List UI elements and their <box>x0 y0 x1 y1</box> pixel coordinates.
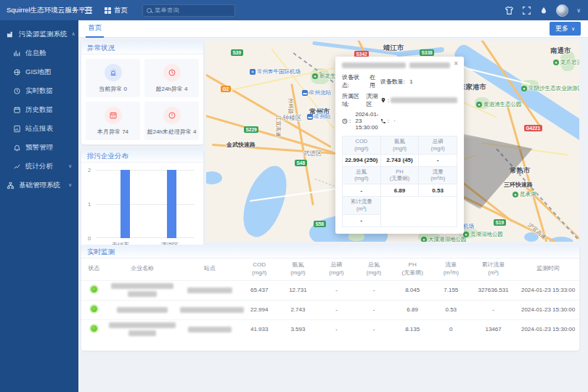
metric-value: 2.743 (45) <box>380 154 419 166</box>
col-header: 氨氮(mg/l) <box>278 258 318 280</box>
col-header: PH(无量纲) <box>393 258 433 280</box>
park-icon: ● <box>463 232 469 237</box>
table-row[interactable]: 41.933 3.593 - - 8.135 0 13467 2024-01-2… <box>81 319 579 339</box>
table-row[interactable]: 22.994 2.743 - - 6.89 0.53 - 2024-01-23 … <box>81 300 579 319</box>
alert-card-unhandled[interactable]: 超24h未处理异常 4 <box>144 102 199 140</box>
sidebar-item-site-report[interactable]: 站点报表 <box>0 119 78 138</box>
sidebar-item-statistics[interactable]: 统计分析 ∨ <box>0 157 78 176</box>
sidebar-item-gis-map[interactable]: GIS地图 <box>0 62 78 81</box>
park-icon: ● <box>521 86 527 91</box>
col-header: 总磷(mg/l) <box>318 258 355 280</box>
map-label-road: 外环路 <box>287 98 294 115</box>
map-label-road: 江宜高速 <box>274 115 282 137</box>
app-root: Squirrel生态环境云服务平台 ☰ 首页 ∨ 污染源监测系统 ∧ 信息舱 <box>0 0 588 392</box>
park-icon: ● <box>421 237 427 242</box>
metric-value: 22.994 (250) <box>343 154 381 166</box>
globe-icon <box>13 68 21 76</box>
road-shield: S19 <box>494 219 506 226</box>
station-popup: × 设备状态: 在用 设备数量: 1 所属区域: 滨湖区 : <box>335 57 464 234</box>
more-button[interactable]: 更多 ∨ <box>550 22 581 36</box>
alert-card-current[interactable]: 当前异常 0 <box>86 59 140 97</box>
alerts-panel: 异常状况 当前异常 0 超24h异常 4 本月异常 74 <box>81 41 203 144</box>
redacted-company-name <box>342 62 406 68</box>
device-status: 设备状态: 在用 <box>342 73 380 89</box>
map-label-road: 三环快速路 <box>504 181 533 189</box>
sidebar-item-realtime-data[interactable]: 实时数据 <box>0 81 78 100</box>
status-dot <box>91 325 97 332</box>
topbar-actions: ∨ <box>505 4 588 17</box>
sidebar-item-alert-management[interactable]: 预警管理 <box>0 138 78 157</box>
metric-value: 0.53 <box>419 184 457 197</box>
alerts-panel-title: 异常状况 <box>81 41 203 54</box>
sidebar-item-info-hub[interactable]: 信息舱 <box>0 44 78 62</box>
content: 异常状况 当前异常 0 超24h异常 4 本月异常 74 <box>81 38 579 392</box>
alert-card-month[interactable]: 本月异常 74 <box>86 102 140 140</box>
calendar-icon <box>13 106 21 114</box>
redacted-site-name <box>187 287 232 293</box>
bar-binhu[interactable] <box>167 170 176 238</box>
table-row[interactable]: 65.437 12.731 - - 8.045 7.155 327636.531… <box>81 280 579 300</box>
sidebar-item-history-data[interactable]: 历史数据 <box>0 100 78 119</box>
bell-icon <box>13 144 21 152</box>
fullscreen-icon[interactable] <box>522 6 531 15</box>
redacted-company-name <box>109 322 176 328</box>
metric-value: - <box>343 184 381 197</box>
road-shield: S338 <box>420 49 434 56</box>
phone: : · <box>380 118 457 124</box>
lake-small <box>206 171 222 184</box>
road-shield: S39 <box>231 49 243 56</box>
y-tick: 2 <box>88 167 91 173</box>
col-header: COD(mg/l) <box>241 258 278 280</box>
redacted-site-name <box>188 327 232 332</box>
sidebar-item-base-system[interactable]: 基础管理系统 ∨ <box>0 176 78 195</box>
metric-header: 流量(m³/h) <box>419 166 457 184</box>
report-icon <box>13 125 21 133</box>
clock-icon <box>13 87 21 95</box>
enterprise-chart-panel: 排污企业分布 2 1 0 无锡市 滨湖区 <box>81 149 203 249</box>
sidebar-item-pollution-system[interactable]: 污染源监测系统 ∧ <box>0 25 78 44</box>
menu-search[interactable] <box>142 4 235 17</box>
avatar[interactable] <box>556 4 568 17</box>
road-shield: G2 <box>221 86 231 92</box>
chevron-up-icon: ∧ <box>72 31 75 37</box>
col-header: 监测时间 <box>517 258 579 280</box>
device-count: 设备数量: 1 <box>380 78 457 86</box>
chevron-down-icon[interactable]: ∨ <box>576 7 581 14</box>
monitor-header-row: 状态 企业名称 站点 COD(mg/l) 氨氮(mg/l) 总磷(mg/l) 总… <box>81 258 579 280</box>
topbar: Squirrel生态环境云服务平台 ☰ 首页 ∨ <box>0 0 588 20</box>
metric-header: 氨氮(mg/l) <box>380 136 419 155</box>
alert-count: 4 <box>193 128 196 135</box>
metric-header: 总氮(mg/l) <box>343 166 381 184</box>
col-header: 流量(m³/h) <box>433 258 470 280</box>
system-icon <box>7 181 15 189</box>
topbar-home-link[interactable]: 首页 <box>105 6 128 15</box>
hamburger-icon[interactable]: ☰ <box>84 5 93 16</box>
col-header: 站点 <box>179 258 241 280</box>
close-icon[interactable]: × <box>454 60 458 68</box>
shirt-icon[interactable] <box>505 6 514 15</box>
drop-icon[interactable] <box>539 6 548 15</box>
search-input[interactable] <box>155 7 231 14</box>
park-icon: ● <box>312 73 318 79</box>
map-label-city: 南通市 <box>550 46 571 56</box>
monitor-title: 实时监测 <box>81 245 579 258</box>
sidebar: 污染源监测系统 ∧ 信息舱 GIS地图 实时数据 历史数据 站点报表 预警管理 <box>0 20 78 392</box>
tab-bar: 首页 更多 ∨ <box>78 20 588 38</box>
station-popup-title <box>342 62 457 68</box>
map-label-district: 武进区 <box>303 150 322 158</box>
alert-count: 0 <box>123 86 126 92</box>
clock-icon <box>342 118 348 124</box>
redacted-company-name <box>409 62 450 68</box>
status-dot <box>91 286 97 293</box>
airport-icon: ✈ <box>250 69 256 75</box>
gis-map[interactable]: S39 S342 G42 S229 S48 G4221 S338 S58 S19… <box>206 41 579 242</box>
factory-icon <box>7 30 15 38</box>
road-shield: G4221 <box>524 125 542 131</box>
bar-wuxi[interactable] <box>121 170 130 238</box>
tab-home[interactable]: 首页 <box>86 20 104 38</box>
main-area: 首页 更多 ∨ 异常状况 当前异常 0 <box>78 20 588 392</box>
y-tick: 1 <box>88 201 91 208</box>
road-shield: S229 <box>244 126 258 133</box>
chevron-down-icon: ∨ <box>571 26 575 32</box>
alert-card-over24h[interactable]: 超24h异常 4 <box>144 59 199 97</box>
